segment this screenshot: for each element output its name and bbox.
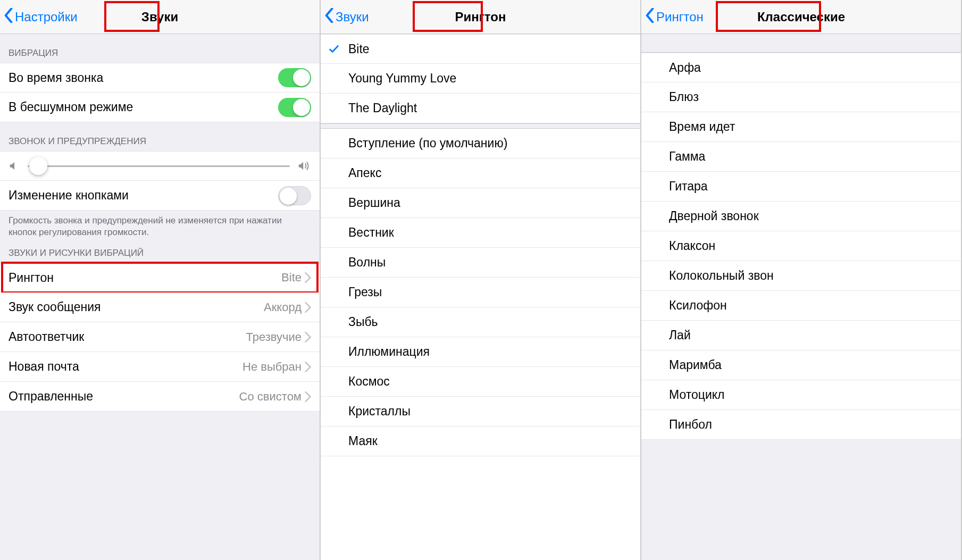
- row-value: Аккорд: [264, 300, 302, 314]
- classic-ringtone-item[interactable]: Колокольный звон: [641, 261, 961, 291]
- toggle-knob: [293, 69, 310, 86]
- slider-thumb[interactable]: [29, 157, 47, 175]
- ringtone-item[interactable]: Грезы: [321, 278, 640, 307]
- ringtone-item[interactable]: Космос: [321, 367, 640, 397]
- ringtone-item[interactable]: Вступление (по умолчанию): [321, 129, 640, 158]
- classic-ringtone-screen: Рингтон Классические АрфаБлюзВремя идетГ…: [641, 0, 962, 560]
- classic-ringtone-item[interactable]: Лай: [641, 321, 961, 350]
- classic-ringtone-item[interactable]: Клаксон: [641, 231, 961, 261]
- ringtone-label: Арфа: [669, 61, 952, 75]
- row-label: Изменение кнопками: [9, 188, 278, 203]
- row-ringtone[interactable]: Рингтон Bite: [0, 263, 320, 292]
- ringtone-label: Клаксон: [669, 239, 952, 253]
- row-label: Автоответчик: [9, 330, 246, 344]
- row-value: Не выбран: [242, 360, 302, 374]
- row-value: Трезвучие: [246, 330, 302, 344]
- classic-list: АрфаБлюзВремя идетГаммаГитараДверной зво…: [641, 52, 961, 440]
- row-value: Со свистом: [239, 390, 302, 404]
- ringtone-label: Колокольный звон: [669, 269, 952, 283]
- section-header-ringer: Звонок и предупреждения: [0, 122, 320, 151]
- classic-ringtone-item[interactable]: Гамма: [641, 142, 961, 172]
- classic-ringtone-item[interactable]: Мотоцикл: [641, 380, 961, 410]
- ringtone-item[interactable]: Кристаллы: [321, 397, 640, 427]
- navbar: Настройки Звуки: [0, 0, 320, 34]
- ringtone-label: Маримба: [669, 358, 952, 372]
- chevron-left-icon: [4, 8, 13, 26]
- ringtone-label: Апекс: [348, 166, 632, 180]
- back-label: Звуки: [336, 10, 369, 24]
- ringtone-item[interactable]: Иллюминация: [321, 337, 640, 367]
- ringtone-item[interactable]: Маяк: [321, 427, 640, 456]
- ringtone-label: Кристаллы: [348, 404, 632, 419]
- chevron-left-icon: [325, 8, 333, 26]
- group-gap: [321, 123, 640, 129]
- chevron-right-icon: [305, 391, 311, 402]
- classic-ringtone-item[interactable]: Гитара: [641, 172, 961, 202]
- back-button[interactable]: Звуки: [325, 8, 369, 26]
- ringtone-item[interactable]: Волны: [321, 248, 640, 278]
- ringtone-label: Иллюминация: [348, 345, 632, 359]
- ringtone-screen: Звуки Рингтон BiteYoung Yummy LoveThe Da…: [321, 0, 641, 560]
- ringtone-item[interactable]: Bite: [321, 34, 640, 64]
- section-header-sounds: Звуки и рисунки вибраций: [0, 245, 320, 263]
- toggle-knob: [293, 99, 310, 116]
- volume-slider[interactable]: [28, 165, 290, 167]
- classic-ringtone-item[interactable]: Пинбол: [641, 410, 961, 440]
- back-button[interactable]: Настройки: [4, 8, 78, 26]
- ringtone-item[interactable]: Апекс: [321, 158, 640, 188]
- volume-low-icon: [9, 160, 20, 172]
- row-sent-mail[interactable]: Отправленные Со свистом: [0, 382, 320, 412]
- row-vibrate-on-ring[interactable]: Во время звонка: [0, 63, 320, 93]
- ringtone-item[interactable]: The Daylight: [321, 94, 640, 123]
- page-title: Классические: [757, 10, 845, 24]
- ringtone-label: Волны: [348, 255, 632, 270]
- ringtone-label: Гамма: [669, 149, 952, 164]
- ringtone-label: Грезы: [348, 285, 632, 299]
- navbar: Звуки Рингтон: [321, 0, 640, 34]
- row-change-with-buttons[interactable]: Изменение кнопками: [0, 181, 320, 211]
- row-vibrate-on-silent[interactable]: В бесшумном режиме: [0, 93, 320, 122]
- content: Вибрация Во время звонка В бесшумном реж…: [0, 34, 320, 560]
- classic-ringtone-item[interactable]: Время идет: [641, 112, 961, 142]
- classic-ringtone-item[interactable]: Блюз: [641, 82, 961, 112]
- chevron-right-icon: [305, 302, 311, 313]
- row-label: Рингтон: [9, 271, 281, 285]
- row-value: Bite: [281, 271, 302, 285]
- chevron-right-icon: [305, 362, 311, 372]
- row-label: Отправленные: [9, 389, 239, 404]
- back-label: Настройки: [15, 10, 78, 24]
- classic-ringtone-item[interactable]: Маримба: [641, 350, 961, 380]
- ringtone-item[interactable]: Вестник: [321, 218, 640, 248]
- ringtone-list: BiteYoung Yummy LoveThe DaylightВступлен…: [321, 34, 640, 560]
- ringtone-item[interactable]: Вершина: [321, 188, 640, 218]
- ringtone-label: Young Yummy Love: [348, 71, 632, 86]
- row-new-mail[interactable]: Новая почта Не выбран: [0, 352, 320, 382]
- classic-ringtone-item[interactable]: Арфа: [641, 53, 961, 82]
- row-voicemail[interactable]: Автоответчик Трезвучие: [0, 322, 320, 352]
- sounds-settings-screen: Настройки Звуки Вибрация Во время звонка…: [0, 0, 321, 560]
- ringtone-label: Мотоцикл: [669, 388, 952, 402]
- ringtone-label: Пинбол: [669, 417, 952, 432]
- back-button[interactable]: Рингтон: [646, 8, 704, 26]
- page-title: Звуки: [141, 10, 178, 24]
- classic-ringtone-item[interactable]: Дверной звонок: [641, 202, 961, 231]
- row-label: Звук сообщения: [9, 300, 264, 314]
- row-text-tone[interactable]: Звук сообщения Аккорд: [0, 292, 320, 322]
- ringtone-label: Зыбь: [348, 315, 632, 329]
- ringtone-label: Дверной звонок: [669, 209, 952, 223]
- toggle-knob: [280, 188, 297, 205]
- ringtone-label: Время идет: [669, 120, 952, 134]
- ringtone-item[interactable]: Young Yummy Love: [321, 64, 640, 94]
- toggle-change-with-buttons[interactable]: [278, 186, 311, 205]
- toggle-vibrate-on-silent[interactable]: [278, 98, 311, 117]
- ringtone-label: Вступление (по умолчанию): [348, 136, 632, 151]
- toggle-vibrate-on-ring[interactable]: [278, 68, 311, 87]
- ringtone-label: Блюз: [669, 90, 952, 104]
- classic-ringtone-item[interactable]: Ксилофон: [641, 291, 961, 321]
- ringtone-label: Космос: [348, 374, 632, 389]
- ringtone-label: Вершина: [348, 196, 632, 210]
- ringtone-label: Лай: [669, 328, 952, 342]
- content: АрфаБлюзВремя идетГаммаГитараДверной зво…: [641, 34, 961, 560]
- ringtone-item[interactable]: Зыбь: [321, 307, 640, 337]
- row-label: Новая почта: [9, 360, 242, 374]
